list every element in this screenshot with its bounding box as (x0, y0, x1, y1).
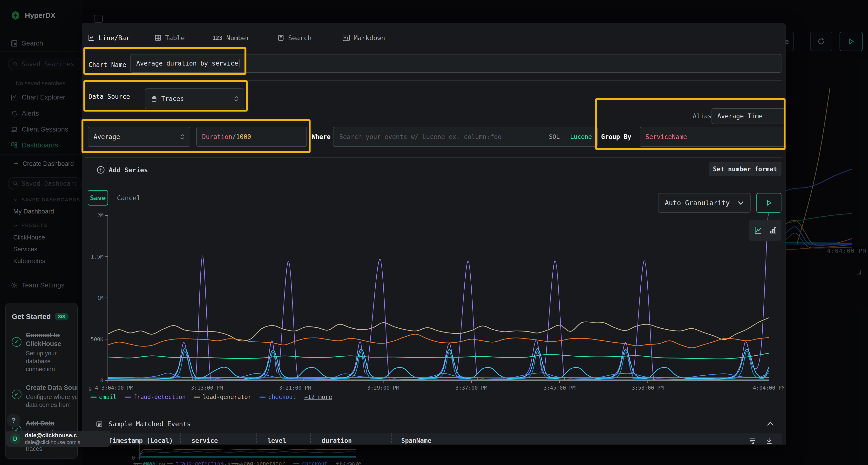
legend-item[interactable]: checkout (259, 394, 296, 400)
group-by-input[interactable]: ServiceName (640, 127, 785, 147)
granularity-value: Auto Granularity (665, 199, 730, 207)
bar-chart-toggle-icon[interactable] (769, 226, 777, 234)
group-by-value: ServiceName (646, 133, 687, 140)
user-menu[interactable]: D dale@clickhouse.c dale@clickhouse.com'… (6, 431, 111, 447)
events-table-header: Timestamp (Local) service level duration… (85, 433, 782, 444)
divider (85, 49, 782, 50)
chart-type-toggle (749, 220, 781, 241)
chart-name-input[interactable]: Average duration by service (130, 54, 781, 73)
set-number-format-button[interactable]: Set number format (709, 162, 781, 176)
column-header-duration[interactable]: duration (310, 433, 391, 444)
chevron-down-icon (738, 201, 744, 205)
markdown-icon (343, 35, 350, 41)
chart-name-value: Average duration by service (136, 60, 238, 67)
field-token: 1000 (236, 133, 251, 140)
preview-chart: 0500K1M1.5M2MAug 4 3:04:00 PM3:13:00 PM3… (89, 212, 784, 392)
get-started-badge: 3/3 (55, 313, 68, 321)
plus-circle-icon (97, 166, 105, 174)
aggregation-value: Average (94, 133, 120, 140)
sample-events-header[interactable]: Sample Matched Events (95, 420, 191, 428)
where-label: Where (312, 127, 331, 147)
column-header-spanname[interactable]: SpanName (391, 433, 749, 444)
tab-label: Markdown (354, 34, 385, 42)
check-circle-icon: ✓ (12, 390, 22, 399)
svg-text:2M: 2M (97, 212, 104, 219)
save-button[interactable]: Save (88, 190, 108, 205)
gs-item-title: Create Data Source (26, 383, 78, 392)
tab-label: Number (226, 34, 250, 42)
question-mark-icon: ? (11, 416, 16, 425)
sql-mode-toggle[interactable]: SQL (549, 133, 560, 140)
chart-legend[interactable]: emailfraud-detectionload-generatorchecko… (90, 394, 332, 400)
svg-text:Aug 4 3:04:00 PM: Aug 4 3:04:00 PM (89, 385, 133, 391)
legend-swatch (194, 397, 200, 398)
get-started-title: Get Started 3/3 (12, 312, 71, 321)
download-icon[interactable] (766, 437, 773, 444)
alias-input[interactable]: Average Time (712, 108, 785, 124)
screen: HyperDX Search No saved searches Chart E… (0, 0, 868, 465)
gs-item-title: Connect to ClickHouse (26, 331, 71, 348)
column-header-service[interactable]: service (180, 433, 256, 444)
add-series-button[interactable]: Add Series (97, 166, 148, 174)
edit-chart-modal: Line/Bar Table 123 Number Search Markdow… (82, 23, 785, 444)
sample-events-title: Sample Matched Events (108, 420, 191, 428)
tab-number[interactable]: 123 Number (212, 28, 250, 47)
column-header-level[interactable]: level (256, 433, 310, 444)
get-started-item[interactable]: ✓ Create Data Source Configure where you… (12, 383, 71, 409)
database-icon (151, 95, 157, 102)
divider (85, 157, 782, 158)
legend-item[interactable]: email (90, 394, 117, 400)
run-query-button[interactable] (756, 193, 781, 213)
svg-text:3:21:00 PM: 3:21:00 PM (279, 385, 311, 391)
legend-item[interactable]: load-generator (194, 394, 251, 400)
document-list-icon (278, 34, 284, 41)
get-started-item[interactable]: ✓ Connect to ClickHouse Set up your data… (12, 331, 71, 373)
tab-label: Line/Bar (99, 34, 130, 42)
legend-item[interactable]: fraud-detection (125, 394, 186, 400)
select-chevrons-icon (234, 96, 239, 101)
svg-text:4:04:00 PM: 4:04:00 PM (753, 385, 784, 391)
alias-value: Average Time (717, 112, 763, 120)
cancel-button[interactable]: Cancel (116, 190, 142, 205)
get-started-title-text: Get Started (12, 312, 51, 321)
data-source-value: Traces (161, 95, 184, 102)
data-source-select[interactable]: Traces (145, 89, 244, 109)
svg-text:3:45:00 PM: 3:45:00 PM (544, 385, 575, 391)
data-source-label: Data Source (89, 85, 130, 109)
mode-separator: | (563, 133, 567, 140)
svg-text:0: 0 (100, 377, 103, 384)
user-subtitle: dale@clickhouse.com's (25, 439, 80, 445)
tab-label: Search (288, 34, 312, 42)
field-input[interactable]: Duration/1000 (196, 127, 307, 147)
avatar: D (10, 433, 21, 444)
tab-table[interactable]: Table (155, 28, 185, 47)
check-circle-icon: ✓ (12, 337, 22, 347)
line-chart-toggle-icon[interactable] (753, 226, 763, 235)
tab-label: Table (165, 34, 185, 42)
collapse-chevron-icon[interactable] (767, 421, 774, 427)
legend-more-link[interactable]: +12 more (304, 394, 332, 400)
lucene-mode-toggle[interactable]: Lucene (570, 133, 592, 140)
legend-swatch (259, 397, 266, 398)
group-by-label: Group By (601, 127, 631, 147)
legend-swatch (125, 397, 131, 398)
where-input[interactable]: SQL | Lucene (333, 127, 598, 147)
where-field[interactable] (339, 133, 546, 141)
active-tab-underline (87, 47, 149, 49)
svg-text:1.5M: 1.5M (91, 254, 103, 260)
help-button[interactable]: ? (7, 414, 20, 427)
field-token: Duration (202, 133, 232, 140)
granularity-select[interactable]: Auto Granularity (658, 193, 751, 213)
wrap-lines-icon[interactable] (749, 437, 756, 444)
table-list-icon (95, 421, 103, 427)
aggregation-select[interactable]: Average (88, 127, 190, 147)
legend-swatch (90, 397, 97, 398)
svg-text:3:37:00 PM: 3:37:00 PM (456, 385, 487, 391)
divider (85, 116, 693, 117)
tab-line-bar[interactable]: Line/Bar (88, 28, 130, 47)
table-icon (155, 34, 161, 41)
tab-markdown[interactable]: Markdown (343, 28, 385, 47)
field-token: / (232, 133, 236, 140)
play-icon (765, 199, 773, 206)
tab-search[interactable]: Search (278, 28, 312, 47)
